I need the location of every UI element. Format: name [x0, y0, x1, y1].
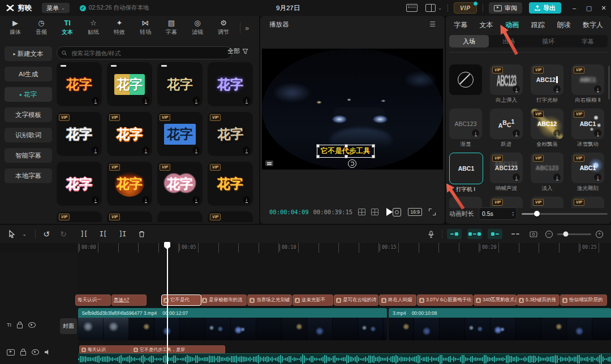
zoom-slider-knob[interactable]: [563, 232, 569, 237]
download-icon[interactable]: ↓: [594, 129, 601, 137]
filter-control[interactable]: 全部: [227, 47, 248, 55]
tab-captions[interactable]: ▤字幕: [158, 19, 184, 36]
huazi-card[interactable]: VIP: [107, 211, 152, 222]
tab-filters[interactable]: ◎滤镜: [184, 19, 210, 36]
download-icon[interactable]: ↓: [553, 129, 561, 137]
huazi-card[interactable]: VIP花字↓: [57, 112, 102, 156]
resize-handle[interactable]: [372, 144, 375, 148]
mute-icon[interactable]: [45, 349, 50, 355]
animation-card-gold-dust[interactable]: VIPABC12↓: [531, 109, 563, 139]
resize-handle[interactable]: [316, 155, 320, 158]
tab-跟踪[interactable]: 跟踪: [531, 20, 545, 30]
text-clip[interactable]: 每天认识一: [75, 294, 111, 306]
download-icon[interactable]: ↓: [594, 174, 601, 181]
duration-slider[interactable]: [522, 213, 608, 215]
subtitle-selection-box[interactable]: 它不是代步工具: [317, 145, 375, 158]
fullscreen-icon[interactable]: [429, 209, 436, 215]
text-clip[interactable]: A是穿梭都市的流: [200, 294, 247, 306]
animation-card[interactable]: VIP: [490, 197, 523, 208]
tab-文本[interactable]: 文本: [480, 20, 493, 30]
preview-axis-toggle-icon[interactable]: [488, 229, 502, 239]
audio-track-waveform[interactable]: [78, 353, 611, 364]
huazi-card[interactable]: VIP花字↓: [208, 162, 253, 206]
tab-字幕[interactable]: 字幕: [454, 20, 467, 30]
video-clip[interactable]: 3.mp400:00:10:08: [389, 308, 611, 340]
download-icon[interactable]: ↓: [142, 97, 149, 104]
download-icon[interactable]: ↓: [513, 129, 520, 137]
huazi-card[interactable]: VIP花字↓: [107, 162, 152, 206]
text-clip[interactable]: A恰似嘲笑阶层的: [560, 294, 607, 306]
download-icon[interactable]: ↓: [142, 146, 149, 154]
download-icon[interactable]: ↓: [243, 196, 250, 203]
huazi-card[interactable]: 花字↓: [57, 62, 102, 106]
tab-朗读[interactable]: 朗读: [557, 20, 570, 30]
tool-dropdown-icon[interactable]: ⌄: [18, 228, 31, 240]
text-clip[interactable]: A终在人间烟: [379, 294, 416, 306]
subtab-入场[interactable]: 入场: [449, 35, 489, 47]
chevron-down-icon[interactable]: ⌄: [438, 6, 442, 11]
animation-card-laser-engrave[interactable]: VIPABC1↓: [571, 153, 604, 183]
huazi-card[interactable]: 花字↓: [57, 162, 102, 206]
animation-card-blur-right-2[interactable]: VIPABC1↓: [571, 64, 604, 95]
tab-transition[interactable]: ⋈转场: [132, 19, 158, 36]
animation-card-typewriter-1[interactable]: ABC1: [449, 153, 483, 184]
maximize-button[interactable]: ▢: [582, 0, 596, 16]
visibility-icon[interactable]: [28, 322, 36, 328]
text-clip[interactable]: A每天认识: [79, 345, 134, 354]
animation-card-fade-in[interactable]: VIPABC123↓: [531, 153, 563, 183]
subtab-字幕[interactable]: 字幕: [568, 35, 608, 47]
download-icon[interactable]: ↓: [192, 196, 200, 203]
delete-icon[interactable]: [135, 228, 148, 240]
animation-card-shout-wave[interactable]: VIPABC123ABC123↓: [490, 153, 523, 183]
linkage-toggle-icon[interactable]: [467, 229, 482, 239]
text-clip[interactable]: 奥迪A7: [111, 294, 147, 306]
next-frame-icon[interactable]: [371, 209, 378, 215]
duration-stepper[interactable]: 0.5s ▴ ▾: [479, 207, 517, 220]
text-clip[interactable]: A340匹黑豹收爪柔: [474, 294, 517, 306]
video-preview[interactable]: 它不是代步工具: [262, 49, 443, 170]
text-clip[interactable]: A它不是代步工具，是穿: [131, 345, 225, 354]
download-icon[interactable]: ↓: [553, 85, 561, 93]
aspect-ratio-button[interactable]: 16:9: [408, 208, 422, 216]
huazi-card[interactable]: 花字↓: [157, 62, 203, 106]
lock-icon[interactable]: [17, 324, 23, 328]
text-clip[interactable]: A当赛场之光划破: [247, 294, 292, 306]
nav-item-4[interactable]: 文字模板: [5, 107, 52, 122]
huazi-card[interactable]: VIP: [57, 211, 102, 222]
tab-text[interactable]: TI文本: [54, 19, 80, 36]
player-menu-icon[interactable]: ☰: [429, 20, 436, 28]
download-icon[interactable]: ↓: [142, 196, 149, 203]
tab-sticker[interactable]: ☆贴纸: [80, 19, 106, 36]
tab-audio[interactable]: ◷音频: [28, 19, 54, 36]
animation-card-leap[interactable]: ABC1↓: [490, 109, 523, 139]
review-button[interactable]: 审阅: [489, 2, 522, 14]
timeline-zoom-slider[interactable]: [557, 233, 591, 235]
export-button[interactable]: 导出: [529, 2, 561, 14]
text-clip[interactable]: A这束光影不: [292, 294, 333, 306]
timeline-ruler[interactable]: 00:0000:0500:1000:1500:2000:25: [78, 243, 611, 253]
layout-switch-icon[interactable]: [425, 4, 436, 12]
tab-adjust[interactable]: ⚙调节: [210, 19, 236, 36]
nav-item-2[interactable]: AI生成: [5, 67, 52, 81]
tab-动画[interactable]: 动画: [505, 20, 519, 30]
download-icon[interactable]: ↓: [243, 146, 250, 154]
timeline-zoom-in-icon[interactable]: +: [596, 231, 603, 238]
text-clip[interactable]: A是写在云端的诗: [334, 294, 378, 306]
download-icon[interactable]: ↓: [192, 146, 200, 154]
video-clip[interactable]: 5efb9d5d3b3faf0f4fa596477 3.mp400:00:12:…: [78, 308, 387, 340]
link-clips-icon[interactable]: [508, 229, 523, 239]
subtab-循环[interactable]: 循环: [528, 35, 568, 47]
download-icon[interactable]: ↓: [513, 85, 520, 93]
animation-card[interactable]: VIP: [571, 197, 604, 208]
huazi-card[interactable]: VIP花字↓: [157, 112, 203, 156]
download-icon[interactable]: ↓: [472, 129, 479, 137]
text-clip[interactable]: A5.3秒破百的推: [517, 294, 560, 306]
huazi-card[interactable]: [157, 211, 203, 222]
visibility-icon[interactable]: [32, 349, 39, 355]
split-icon[interactable]: ][: [78, 228, 90, 240]
more-tabs-icon[interactable]: »: [245, 24, 249, 32]
tab-media[interactable]: ▶媒体: [2, 19, 28, 36]
cover-button[interactable]: 封面: [60, 318, 77, 334]
animation-card-snow-drift[interactable]: VIPABC1↓: [571, 109, 604, 139]
download-icon[interactable]: ↓: [92, 146, 99, 154]
